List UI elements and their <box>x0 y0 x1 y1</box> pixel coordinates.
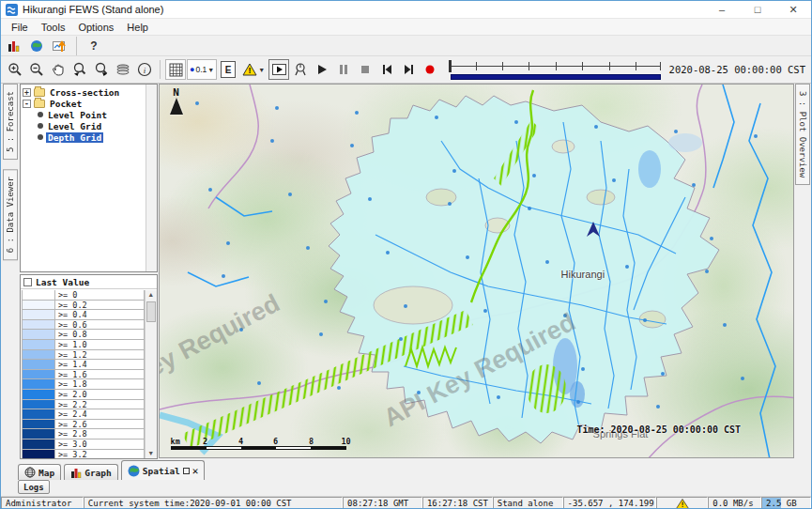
profile-button[interactable]: E <box>218 59 238 80</box>
play-button[interactable] <box>312 59 332 80</box>
legend-row[interactable]: >= 3.0 <box>22 440 145 450</box>
close-button[interactable]: ✕ <box>775 1 811 18</box>
legend-row[interactable]: >= 1.4 <box>22 360 145 370</box>
right-tab-strip: 3 : Plot Overview <box>794 84 811 459</box>
menu-file[interactable]: File <box>5 21 35 34</box>
tab-map[interactable]: Map <box>18 464 61 480</box>
legend-color-swatch <box>22 340 55 350</box>
legend-row[interactable]: >= 2.6 <box>22 420 145 430</box>
info-icon[interactable]: i <box>134 59 155 80</box>
logs-button[interactable]: Logs <box>18 480 50 494</box>
map-layers: API Key Required API Key Required <box>160 85 794 458</box>
explorer-icon[interactable] <box>5 38 23 54</box>
zoom-previous-icon[interactable] <box>69 59 90 80</box>
tab-graph-label: Graph <box>84 468 112 478</box>
menu-help[interactable]: Help <box>120 21 155 34</box>
legend-row[interactable]: >= 0.8 <box>22 330 145 340</box>
legend-row[interactable]: >= 2.4 <box>22 409 145 420</box>
legend-row[interactable]: >= 3.2 <box>22 450 145 460</box>
map-globe-icon[interactable] <box>27 38 46 54</box>
record-button[interactable] <box>420 59 440 80</box>
zoom-next-icon[interactable] <box>91 59 112 80</box>
tree-item-cross-section[interactable]: +Cross-section <box>23 86 157 98</box>
tree-item-depth-grid[interactable]: Depth Grid <box>23 131 157 143</box>
legend-row-label: >= 1.6 <box>55 370 145 380</box>
scale-tick: 10 <box>341 437 350 446</box>
legend-row[interactable]: >= 1.0 <box>22 340 145 350</box>
menu-tools[interactable]: Tools <box>35 21 72 34</box>
tab-data-viewer[interactable]: 6 : Data Viewer <box>3 169 18 260</box>
data-viewer-panel: +Cross-section-PocketLevel PointLevel Gr… <box>20 84 159 459</box>
legend-color-swatch <box>22 409 55 420</box>
maximize-button[interactable]: □ <box>740 1 775 18</box>
time-slider[interactable] <box>449 58 662 81</box>
status-bar: Administrator Current system time:2020-0… <box>1 496 811 509</box>
legend-color-swatch <box>22 360 55 370</box>
step-forward-button[interactable] <box>398 59 419 80</box>
title-bar: Hikurangi FEWS (Stand alone) – □ ✕ <box>1 1 811 19</box>
measure-tool-icon[interactable] <box>290 59 311 80</box>
tree-scrollbar[interactable] <box>146 85 157 271</box>
layers-icon[interactable] <box>113 59 133 80</box>
scroll-up-icon[interactable]: ▲ <box>147 291 154 299</box>
legend-row[interactable]: >= 1.6 <box>22 370 145 380</box>
legend-row-label: >= 0.8 <box>55 330 145 340</box>
legend-row[interactable]: >= 0.6 <box>22 320 145 331</box>
restore-pane-icon[interactable] <box>183 468 190 474</box>
legend-row[interactable]: >= 1.8 <box>22 379 145 390</box>
legend-row-label: >= 1.8 <box>55 379 145 390</box>
tree-item-level-point[interactable]: Level Point <box>23 109 157 120</box>
north-label: N <box>169 88 184 98</box>
time-slider-endcap <box>660 62 661 70</box>
legend-row[interactable]: >= 0 <box>22 290 145 301</box>
zoom-out-icon[interactable] <box>26 59 47 80</box>
tree-expander-icon[interactable]: - <box>23 100 31 108</box>
threshold-dropdown[interactable]: ● 0.1 ▼ <box>187 59 217 80</box>
legend-row-label: >= 1.4 <box>55 360 145 370</box>
pan-hand-icon[interactable] <box>48 59 69 80</box>
left-tab-strip: 5 : Forecast 6 : Data Viewer <box>1 84 20 459</box>
folder-icon <box>34 100 45 108</box>
tree-expander-icon[interactable]: + <box>23 88 31 97</box>
legend-row[interactable]: >= 2.0 <box>22 390 145 400</box>
status-warning-cell[interactable]: ! <box>656 497 708 509</box>
legend-row[interactable]: >= 1.2 <box>22 350 145 361</box>
tree-item-level-grid[interactable]: Level Grid <box>23 120 157 131</box>
legend-row[interactable]: >= 0.2 <box>22 301 145 311</box>
scroll-thumb[interactable] <box>146 301 156 322</box>
scale-unit: km <box>171 437 180 446</box>
minimize-button[interactable]: – <box>704 1 740 18</box>
status-coordinates: -35.657 , 174.199 <box>563 497 657 509</box>
stop-button[interactable] <box>355 59 375 80</box>
help-button[interactable]: ? <box>84 38 103 54</box>
warning-dropdown[interactable]: ! ▼ <box>239 59 268 80</box>
menu-bar: File Tools Options Help <box>1 19 811 36</box>
legend-header: Last Value <box>21 275 157 289</box>
time-slider-handle[interactable] <box>449 60 452 72</box>
legend-row[interactable]: >= 2.2 <box>22 400 145 410</box>
zoom-in-icon[interactable] <box>5 59 25 80</box>
legend-scrollbar[interactable]: ▲ ▼ <box>145 290 157 458</box>
close-pane-icon[interactable]: ✕ <box>192 465 199 477</box>
last-value-checkbox[interactable] <box>23 278 32 286</box>
tab-forecast[interactable]: 5 : Forecast <box>3 84 18 160</box>
legend-color-swatch <box>22 301 55 311</box>
menu-options[interactable]: Options <box>71 21 120 34</box>
legend-row-label: >= 0 <box>55 290 145 301</box>
timeseries-icon[interactable] <box>50 38 69 54</box>
tab-plot-overview[interactable]: 3 : Plot Overview <box>795 84 810 185</box>
main-toolbar: ? <box>1 36 811 55</box>
pause-button[interactable] <box>333 59 354 80</box>
scroll-down-icon[interactable]: ▼ <box>147 450 154 457</box>
legend-row[interactable]: >= 0.4 <box>22 310 145 320</box>
tab-graph[interactable]: Graph <box>64 464 118 480</box>
tab-spatial[interactable]: Spatial ✕ <box>121 460 206 480</box>
tree-item-pocket[interactable]: -Pocket <box>23 98 157 109</box>
grid-display-icon[interactable] <box>165 59 186 80</box>
step-back-button[interactable] <box>376 59 397 80</box>
status-user: Administrator <box>1 497 84 509</box>
animation-window-icon[interactable] <box>268 59 289 80</box>
legend-row[interactable]: >= 2.8 <box>22 429 145 440</box>
map-viewport[interactable]: API Key Required API Key Required N Hiku… <box>159 84 794 458</box>
tab-spatial-label: Spatial <box>143 466 180 476</box>
